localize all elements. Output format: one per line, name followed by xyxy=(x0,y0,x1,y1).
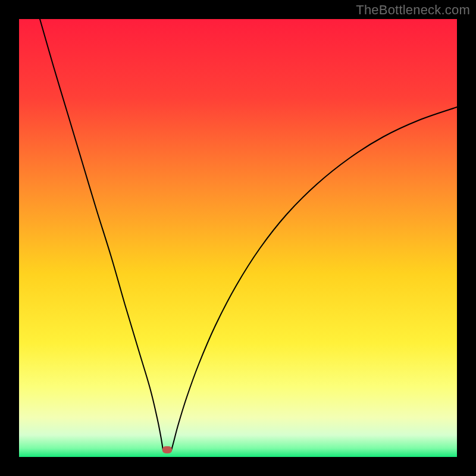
curve-left-branch xyxy=(40,19,163,450)
chart-frame: TheBottleneck.com xyxy=(0,0,476,476)
optimal-point-marker xyxy=(162,446,172,453)
watermark-text: TheBottleneck.com xyxy=(356,2,470,18)
curve-right-branch xyxy=(171,107,457,450)
plot-area xyxy=(19,19,457,457)
curve-layer xyxy=(19,19,457,457)
